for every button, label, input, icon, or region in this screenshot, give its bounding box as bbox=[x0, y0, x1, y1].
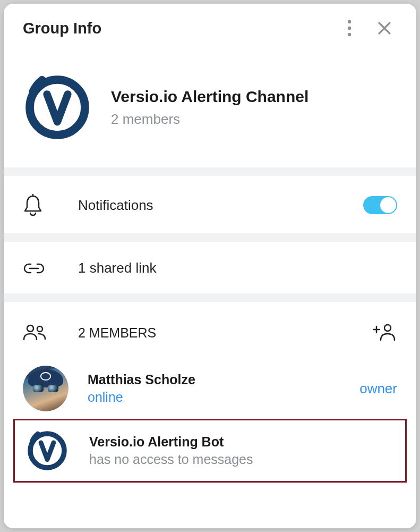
member-name: Versio.io Alerting Bot bbox=[89, 434, 396, 450]
svg-point-0 bbox=[348, 20, 351, 23]
group-title-block: Versio.io Alerting Channel 2 members bbox=[111, 88, 308, 128]
bell-icon bbox=[23, 194, 53, 216]
svg-point-5 bbox=[27, 325, 33, 332]
group-member-count: 2 members bbox=[111, 111, 308, 128]
add-member-button[interactable] bbox=[372, 320, 397, 345]
close-icon bbox=[378, 21, 391, 35]
shared-links-row[interactable]: 1 shared link bbox=[4, 242, 416, 293]
member-name: Matthias Scholze bbox=[88, 372, 359, 387]
svg-point-1 bbox=[348, 27, 351, 30]
highlighted-member: Versio.io Alerting Bot has no access to … bbox=[13, 419, 407, 483]
more-options-button[interactable] bbox=[337, 15, 362, 41]
member-info: Matthias Scholze online bbox=[68, 372, 359, 405]
svg-point-7 bbox=[384, 325, 391, 331]
notifications-toggle[interactable] bbox=[363, 196, 397, 214]
member-status: online bbox=[88, 390, 359, 405]
member-row[interactable]: Matthias Scholze online owner bbox=[4, 358, 416, 419]
add-user-icon bbox=[373, 323, 396, 342]
link-icon bbox=[23, 262, 53, 275]
kebab-menu-icon bbox=[347, 20, 352, 37]
notifications-row[interactable]: Notifications bbox=[4, 176, 416, 233]
header-section: Group Info Versio.io Alerting Channel 2 … bbox=[4, 4, 416, 167]
members-section: 2 MEMBERS Matthias Scholze online owner bbox=[4, 302, 416, 528]
group-name: Versio.io Alerting Channel bbox=[111, 88, 308, 106]
member-avatar bbox=[24, 428, 70, 474]
members-title: 2 MEMBERS bbox=[53, 325, 372, 341]
group-info-modal: Group Info Versio.io Alerting Channel 2 … bbox=[4, 4, 416, 528]
member-info: Versio.io Alerting Bot has no access to … bbox=[70, 434, 396, 467]
modal-header: Group Info bbox=[4, 4, 416, 52]
group-summary: Versio.io Alerting Channel 2 members bbox=[4, 52, 416, 167]
shared-links-label: 1 shared link bbox=[53, 260, 397, 276]
member-status: has no access to messages bbox=[89, 452, 396, 467]
members-icon bbox=[23, 324, 53, 342]
group-avatar[interactable] bbox=[23, 73, 92, 142]
toggle-knob bbox=[380, 197, 396, 213]
member-avatar bbox=[23, 366, 68, 411]
close-button[interactable] bbox=[372, 15, 397, 41]
svg-point-6 bbox=[37, 326, 42, 332]
svg-point-2 bbox=[348, 33, 351, 36]
modal-title: Group Info bbox=[23, 20, 337, 37]
member-row[interactable]: Versio.io Alerting Bot has no access to … bbox=[15, 420, 405, 481]
notifications-label: Notifications bbox=[53, 197, 363, 214]
member-role: owner bbox=[359, 381, 397, 397]
members-header: 2 MEMBERS bbox=[4, 302, 416, 352]
